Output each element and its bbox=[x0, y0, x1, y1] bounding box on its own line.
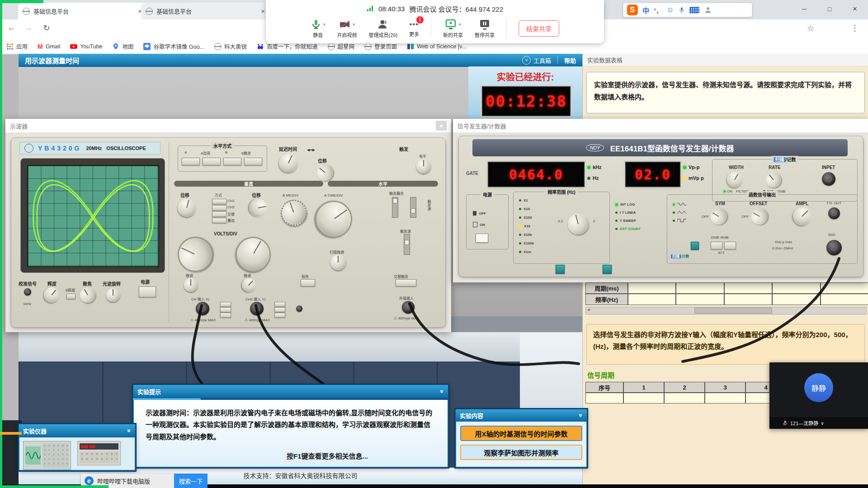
star-icon[interactable]: ☆ bbox=[804, 23, 817, 33]
content-button-lissajous[interactable]: 观察李萨如图形并测频率 bbox=[460, 445, 582, 460]
table-cell[interactable] bbox=[623, 393, 664, 404]
oscilloscope-window[interactable]: 示波器 × YB4320G 20MHz OSCILLOSCOPE bbox=[5, 119, 451, 332]
teal-button[interactable] bbox=[603, 265, 612, 274]
forward-icon[interactable]: → bbox=[22, 23, 35, 33]
ch1-fine-knob[interactable] bbox=[184, 278, 198, 292]
signal-generator-thumbnail[interactable] bbox=[77, 441, 121, 465]
ch1-bnc[interactable] bbox=[196, 302, 209, 315]
table-cell[interactable] bbox=[676, 294, 724, 305]
table-cell[interactable] bbox=[628, 282, 676, 294]
tips-header[interactable]: 实验提示 » bbox=[133, 385, 448, 398]
mode-add-button[interactable] bbox=[212, 218, 226, 223]
emoji-icon[interactable]: ☺ bbox=[666, 6, 674, 14]
ground-post[interactable] bbox=[296, 305, 302, 312]
help-button[interactable]: 帮助 bbox=[564, 56, 576, 65]
trigsrc-slide[interactable] bbox=[404, 234, 410, 255]
hmode-btrig-button[interactable] bbox=[244, 158, 262, 165]
power-switch[interactable] bbox=[139, 286, 156, 297]
bookmark-gmail[interactable]: MGmail bbox=[38, 43, 60, 50]
ch1-position-knob[interactable] bbox=[176, 197, 198, 219]
skin-person-icon[interactable] bbox=[704, 6, 712, 14]
focus-knob[interactable] bbox=[77, 285, 98, 305]
table-cell[interactable] bbox=[724, 294, 772, 305]
ch2-fine-knob[interactable] bbox=[239, 276, 258, 295]
cal-post[interactable] bbox=[24, 288, 31, 296]
ch2-coupling-gnd[interactable] bbox=[274, 307, 285, 312]
manage-members-button[interactable]: 管理成员(29) bbox=[368, 19, 397, 38]
att-20db-button[interactable] bbox=[711, 242, 722, 249]
close-window-button[interactable]: × bbox=[842, 5, 868, 14]
ch2-voltsdiv-knob[interactable] bbox=[229, 230, 278, 279]
bookmark-apps[interactable]: 应用 bbox=[6, 42, 28, 51]
scroll-thumb[interactable] bbox=[694, 308, 772, 314]
ch1-coupling-ac[interactable] bbox=[220, 302, 231, 307]
att-40db-button[interactable] bbox=[724, 242, 736, 249]
bookmark-scholar[interactable]: 谷歌学术镜像 Goo... bbox=[143, 42, 204, 51]
scroll-left-icon[interactable]: ◄ bbox=[587, 308, 590, 312]
bookmark-youtube[interactable]: YouTube bbox=[70, 43, 102, 50]
table-cell[interactable] bbox=[664, 393, 705, 404]
power-button[interactable] bbox=[476, 234, 488, 243]
bookmark-kdao[interactable]: 科大奥锐 bbox=[214, 42, 247, 51]
level-knob[interactable] bbox=[416, 159, 431, 174]
close-icon[interactable]: × bbox=[436, 121, 447, 131]
ch2-coupling-ac[interactable] bbox=[274, 302, 285, 307]
start-video-button[interactable]: ▾ 开启视频 bbox=[337, 19, 357, 38]
maximize-button[interactable]: □ bbox=[817, 5, 842, 13]
offset-knob[interactable] bbox=[748, 205, 770, 227]
browser-tab-2[interactable]: 基础信息平台 × bbox=[141, 3, 271, 19]
table-cell[interactable] bbox=[628, 294, 676, 305]
search-button[interactable]: 搜索一下 bbox=[174, 474, 208, 488]
ext-bnc[interactable] bbox=[402, 301, 415, 314]
sogou-ime-bar[interactable]: S 中 °， ☺ bbox=[623, 3, 752, 17]
pause-share-button[interactable]: 暂停共享 bbox=[475, 19, 495, 38]
table-cell[interactable] bbox=[772, 282, 820, 294]
browser-tab-1[interactable]: 基础信息平台 × bbox=[18, 3, 148, 19]
h-scrollbar[interactable]: ◄ bbox=[585, 307, 867, 314]
table-cell[interactable] bbox=[585, 393, 623, 404]
content-button-time-params[interactable]: 用X轴的时基测信号的时间参数 bbox=[460, 426, 582, 441]
sym-knob[interactable] bbox=[708, 205, 730, 227]
more-button[interactable]: ••• 1 更多 bbox=[409, 20, 419, 38]
mode-ch1-button[interactable] bbox=[212, 199, 226, 204]
table-cell[interactable] bbox=[724, 282, 772, 294]
keyboard-icon[interactable] bbox=[689, 7, 699, 14]
toolbox-button[interactable]: ∨ 工具箱 帮助 bbox=[522, 56, 576, 65]
bookmark-maps[interactable]: 地图 bbox=[112, 42, 133, 51]
ch1-voltsdiv-knob[interactable] bbox=[172, 231, 219, 278]
b-brightness-button[interactable] bbox=[66, 294, 75, 299]
table-cell[interactable] bbox=[772, 294, 820, 305]
width-knob[interactable] bbox=[724, 169, 745, 190]
mode-alt-button[interactable] bbox=[212, 211, 226, 217]
coupling-slide[interactable] bbox=[392, 197, 398, 218]
brightness-knob[interactable] bbox=[41, 284, 62, 306]
table-cell[interactable] bbox=[705, 393, 745, 404]
hmode-aint-button[interactable] bbox=[203, 158, 221, 165]
teal-button[interactable] bbox=[556, 265, 565, 274]
voice-input-icon[interactable] bbox=[679, 6, 685, 14]
polarity-button[interactable] bbox=[301, 279, 315, 286]
sogou-logo-icon[interactable]: S bbox=[627, 5, 638, 15]
ttl-bnc[interactable] bbox=[828, 207, 840, 219]
a-timebase-knob[interactable] bbox=[308, 193, 359, 245]
sweep-fine-knob[interactable] bbox=[330, 255, 346, 270]
rate-knob[interactable] bbox=[763, 169, 784, 191]
oscilloscope-thumbnail[interactable] bbox=[23, 441, 71, 470]
ampl-knob[interactable] bbox=[789, 204, 815, 230]
table-cell[interactable] bbox=[676, 282, 724, 294]
participant-video-float[interactable]: 静静 121—沈静静 ∨ bbox=[769, 362, 868, 429]
bookmark-wos[interactable]: Web of Science [v... bbox=[407, 43, 467, 50]
table-cell[interactable] bbox=[821, 294, 868, 305]
ch1-coupling-dc[interactable] bbox=[220, 313, 231, 318]
ch2-bnc[interactable] bbox=[250, 302, 264, 315]
trace-rotate-knob[interactable] bbox=[106, 288, 120, 302]
delay-knob[interactable] bbox=[276, 150, 301, 176]
ch1-coupling-gnd[interactable] bbox=[220, 307, 231, 312]
reload-icon[interactable]: ↻ bbox=[40, 23, 53, 33]
table-cell[interactable] bbox=[821, 282, 868, 294]
collapse-icon[interactable]: » bbox=[577, 413, 585, 417]
signal-generator-window[interactable]: 信号发生器/计数器 NDY EE1641B1型函数信号发生器/计数器 GATE … bbox=[453, 119, 868, 282]
output-bnc[interactable] bbox=[826, 240, 842, 255]
new-share-button[interactable]: ▾ 新的共享 bbox=[443, 19, 463, 38]
b-timebase-knob[interactable] bbox=[277, 196, 311, 230]
